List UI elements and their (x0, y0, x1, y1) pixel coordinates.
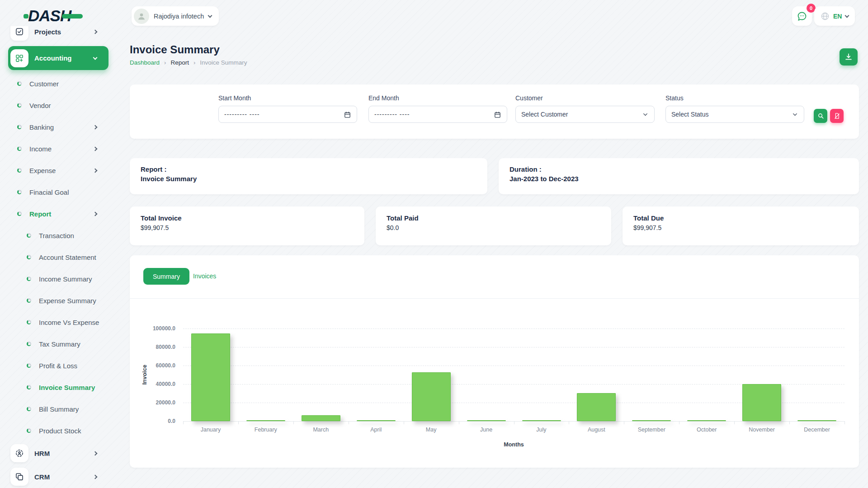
sidebar-item-hrm[interactable]: HRM (8, 441, 108, 465)
sidebar-item-customer[interactable]: Customer (8, 73, 108, 94)
tab-summary[interactable]: Summary (143, 268, 189, 285)
calendar-icon (494, 111, 501, 118)
download-icon (844, 52, 853, 61)
divider (130, 298, 859, 299)
chevron-right-icon (93, 168, 98, 173)
bullet-icon (17, 168, 22, 173)
status-select[interactable]: Select Status (665, 106, 804, 123)
sidebar-item-bill-summary[interactable]: Bill Summary (8, 398, 108, 420)
download-button[interactable] (840, 48, 858, 66)
bar-february (246, 420, 285, 421)
axis-tick (844, 421, 845, 424)
sidebar-item-label: Invoice Summary (39, 384, 95, 391)
bullet-icon (27, 363, 31, 368)
sidebar-item-income-vs-expense[interactable]: Income Vs Expense (8, 311, 108, 333)
sidebar-item-profit-loss[interactable]: Profit & Loss (8, 355, 108, 376)
sidebar-item-expense-summary[interactable]: Expense Summary (8, 290, 108, 311)
axis-tick (459, 421, 459, 424)
sidebar-item-invoice-summary[interactable]: Invoice Summary (8, 376, 108, 398)
sidebar-item-label: Expense Summary (39, 297, 96, 305)
breadcrumb-item-report[interactable]: Report (170, 59, 189, 66)
bar-march (302, 415, 340, 421)
report-info-card: Report : Invoice Summary (130, 158, 487, 194)
axis-tick (789, 421, 790, 424)
stat-card-total-paid: Total Paid$0.0 (376, 206, 611, 245)
sidebar-item-income-summary[interactable]: Income Summary (8, 268, 108, 290)
app-logo-text: DASH (28, 7, 71, 25)
breadcrumb-separator: › (193, 59, 195, 66)
sidebar-item-income[interactable]: Income (8, 138, 108, 160)
sidebar-item-label: Accounting (34, 54, 72, 62)
bullet-icon (27, 428, 31, 433)
stat-value: $99,907.5 (633, 224, 848, 231)
y-tick-label: 80000.0 (137, 343, 175, 351)
chevron-right-icon (93, 451, 98, 455)
bullet-icon (27, 255, 31, 259)
sidebar-item-accounting[interactable]: Accounting (8, 46, 108, 70)
x-tick-label: May (404, 427, 459, 433)
chevron-down-icon (845, 13, 849, 18)
sidebar-item-transaction[interactable]: Transaction (8, 225, 108, 246)
x-tick-label: August (569, 427, 624, 433)
bullet-icon (27, 233, 31, 238)
bullet-icon (27, 298, 31, 303)
sidebar-item-vendor[interactable]: Vendor (8, 94, 108, 116)
bar-september (632, 420, 671, 421)
app-logo[interactable]: DASH (28, 6, 71, 25)
bullet-icon (27, 342, 31, 346)
end-month-label: End Month (368, 94, 507, 102)
bar-may (412, 372, 451, 421)
axis-tick (514, 421, 514, 424)
breadcrumb-item-invoice-summary: Invoice Summary (200, 59, 247, 66)
gridline (183, 347, 844, 347)
sidebar-item-label: Finacial Goal (29, 188, 69, 196)
bullet-icon (17, 81, 22, 86)
company-name: Rajodiya infotech (154, 13, 204, 20)
bullet-icon (27, 277, 31, 281)
sidebar-item-account-statement[interactable]: Account Statement (8, 246, 108, 268)
chevron-right-icon (93, 474, 98, 479)
gridline (183, 366, 844, 366)
sidebar-item-label: HRM (34, 450, 50, 457)
language-selector[interactable]: EN (814, 6, 855, 26)
report-value: Invoice Summary (141, 175, 476, 183)
sidebar-item-label: Account Statement (39, 253, 96, 261)
stat-card-total-invoice: Total Invoice$99,907.5 (130, 206, 364, 245)
reset-filter-button[interactable] (830, 109, 844, 123)
duration-label: Duration : (509, 165, 848, 173)
gridline (183, 328, 844, 329)
breadcrumb-item-dashboard[interactable]: Dashboard (130, 59, 160, 66)
sidebar-item-label: Income (29, 145, 52, 153)
end-month-input[interactable]: --------- ---- (368, 106, 507, 123)
x-tick-label: January (183, 427, 238, 433)
sidebar-item-product-stock[interactable]: Product Stock (8, 420, 108, 441)
tab-invoices[interactable]: Invoices (193, 272, 216, 280)
sidebar-item-projects[interactable]: Projects (8, 26, 108, 43)
start-month-input[interactable]: --------- ---- (218, 106, 357, 123)
sidebar-item-finacial-goal[interactable]: Finacial Goal (8, 181, 108, 203)
sidebar-item-label: Product Stock (39, 427, 81, 435)
stat-label: Total Invoice (141, 214, 354, 222)
sidebar-item-crm[interactable]: CRM (8, 465, 108, 488)
company-selector[interactable]: Rajodiya infotech (132, 6, 219, 26)
sidebar-item-expense[interactable]: Expense (8, 160, 108, 181)
duration-info-card: Duration : Jan-2023 to Dec-2023 (499, 158, 859, 194)
sidebar-item-report[interactable]: Report (8, 203, 108, 225)
apply-filter-button[interactable] (814, 109, 827, 123)
sidebar: ProjectsAccountingCustomerVendorBankingI… (0, 26, 116, 488)
status-label: Status (665, 94, 804, 102)
x-tick-label: October (679, 427, 734, 433)
bar-december (797, 420, 836, 421)
chat-icon (797, 11, 807, 22)
bullet-icon (27, 385, 31, 389)
language-code: EN (833, 13, 842, 20)
sidebar-item-banking[interactable]: Banking (8, 116, 108, 138)
x-tick-label: July (514, 427, 569, 433)
y-tick-label: 20000.0 (137, 399, 175, 406)
bar-august (577, 393, 616, 421)
sidebar-item-label: Projects (34, 28, 61, 36)
axis-tick (679, 421, 679, 424)
customer-select[interactable]: Select Customer (515, 106, 655, 123)
chat-button[interactable]: 0 (792, 6, 812, 26)
sidebar-item-tax-summary[interactable]: Tax Summary (8, 333, 108, 355)
